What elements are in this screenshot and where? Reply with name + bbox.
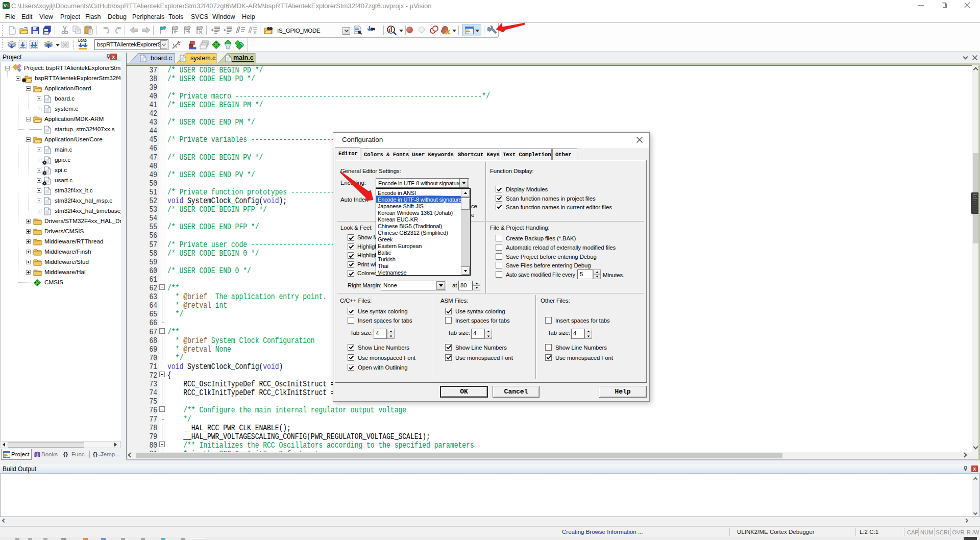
svg-text:d: d — [388, 26, 393, 34]
